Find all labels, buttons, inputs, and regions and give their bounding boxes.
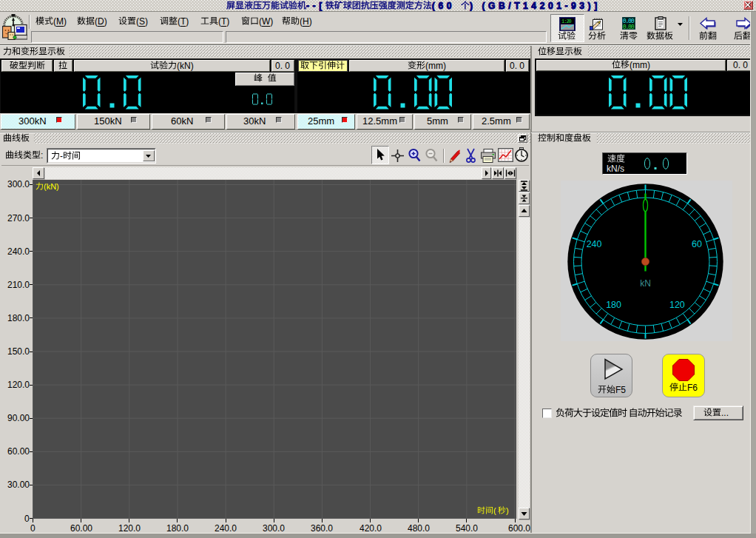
svg-text:(kN): (kN) (177, 61, 194, 71)
svg-text:0. 0: 0. 0 (510, 61, 524, 71)
svg-text:1:20: 1:20 (561, 19, 572, 24)
svg-text:kN/s: kN/s (607, 164, 624, 174)
svg-text:180.0: 180.0 (7, 313, 30, 323)
svg-text:0. 0: 0. 0 (275, 61, 290, 71)
svg-text::: : (41, 150, 43, 161)
svg-text:(T): (T) (178, 16, 189, 27)
svg-text:): ) (506, 506, 510, 515)
svg-text:540.0: 540.0 (456, 523, 478, 534)
svg-text:(M): (M) (53, 16, 67, 27)
svg-text:5mm: 5mm (427, 115, 448, 127)
svg-text:0: 0 (30, 523, 36, 534)
svg-text:(S): (S) (136, 16, 148, 27)
svg-text:(H): (H) (300, 16, 312, 27)
svg-text:210.0: 210.0 (7, 280, 30, 290)
svg-text:60.00: 60.00 (70, 523, 92, 534)
svg-text:(mm): (mm) (425, 61, 446, 71)
svg-text:2.5mm: 2.5mm (482, 115, 511, 127)
svg-text:(kN): (kN) (44, 182, 59, 191)
svg-text:150.0: 150.0 (7, 346, 30, 357)
svg-text:270.0: 270.0 (7, 213, 30, 223)
svg-text:0. 0: 0. 0 (733, 60, 748, 70)
svg-text:480.0: 480.0 (408, 523, 430, 534)
svg-text:600.0: 600.0 (508, 523, 530, 534)
svg-text:180: 180 (606, 300, 621, 310)
svg-text:240: 240 (587, 239, 602, 249)
svg-text:25mm: 25mm (308, 115, 334, 127)
svg-text:(D): (D) (95, 16, 107, 27)
svg-text:420.0: 420.0 (360, 523, 382, 534)
svg-text:300.0: 300.0 (7, 179, 30, 189)
svg-text:--[: --[ (306, 1, 325, 11)
svg-text:-: - (60, 151, 63, 161)
svg-text:120.0: 120.0 (7, 380, 30, 390)
svg-text:...: ... (721, 408, 729, 418)
svg-text:F5: F5 (615, 385, 626, 395)
svg-text:12.5mm: 12.5mm (362, 115, 397, 127)
svg-text:kN: kN (640, 278, 651, 289)
svg-text:) (GB/T14201-93)]: ) (GB/T14201-93)] (470, 1, 601, 11)
svg-text:30.00: 30.00 (7, 480, 30, 490)
svg-text:(: ( (493, 506, 498, 515)
svg-text:360.0: 360.0 (311, 523, 333, 534)
svg-text:240.0: 240.0 (215, 523, 237, 534)
svg-text:240.0: 240.0 (7, 246, 30, 257)
svg-text:90.00: 90.00 (7, 413, 30, 423)
svg-text:0: 0 (24, 514, 30, 524)
svg-text:(60: (60 (432, 1, 455, 11)
svg-text:60kN: 60kN (171, 115, 193, 127)
svg-text:(T): (T) (218, 16, 229, 27)
svg-text:(W): (W) (259, 16, 273, 27)
svg-text:60.00: 60.00 (7, 446, 30, 457)
svg-text:F6: F6 (687, 383, 698, 393)
svg-text:30kN: 30kN (243, 115, 266, 127)
svg-text:150kN: 150kN (94, 115, 122, 127)
svg-text:300.0: 300.0 (263, 523, 285, 534)
svg-text:0.00: 0.00 (623, 24, 635, 30)
svg-text:300kN: 300kN (18, 115, 47, 127)
svg-text:180.0: 180.0 (166, 523, 189, 534)
svg-text:(mm): (mm) (630, 60, 650, 70)
svg-text:120: 120 (669, 300, 685, 310)
svg-text:120.0: 120.0 (118, 523, 141, 534)
svg-text:60: 60 (692, 239, 702, 249)
